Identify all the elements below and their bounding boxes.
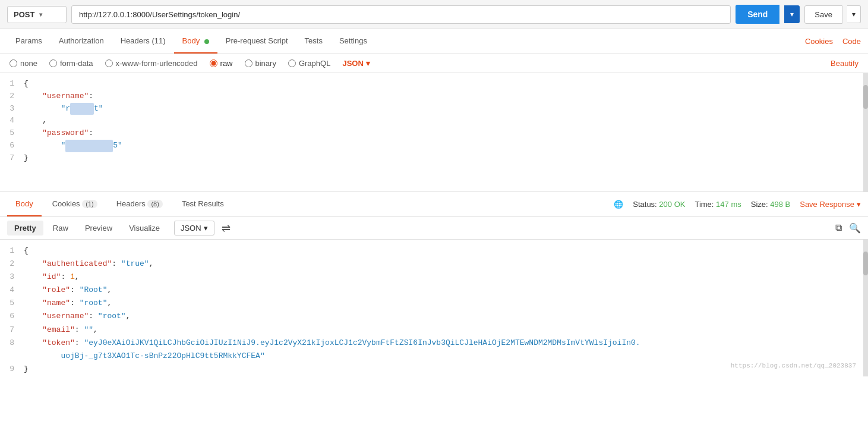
format-label: JSON [181,224,201,233]
code-line-4: 4 , [0,115,868,127]
option-urlencoded[interactable]: x-www-form-urlencoded [105,59,198,68]
resp-line-8: 8 "token": "eyJ0eXAiOiJKV1QiLCJhbGciOiJI… [0,337,868,350]
option-binary[interactable]: binary [245,59,276,68]
fmt-pretty[interactable]: Pretty [7,221,43,235]
globe-icon: 🌐 [614,200,623,209]
status-label: Status: 200 OK [633,200,685,209]
response-format-bar: Pretty Raw Preview Visualize JSON ▾ ⇌ ⧉ … [0,217,868,240]
resp-line-2: 2 "authenticated": "true", [0,257,868,271]
format-arrow-icon: ▾ [204,224,208,233]
fmt-raw[interactable]: Raw [46,221,75,235]
tab-authorization[interactable]: Authorization [50,29,112,54]
response-format-dropdown[interactable]: JSON ▾ [174,221,214,235]
resp-tab-cookies[interactable]: Cookies (1) [44,192,106,216]
resp-line-3: 3 "id": 1, [0,271,868,284]
code-line-7: 7 } [0,152,868,165]
fmt-visualize[interactable]: Visualize [122,221,167,235]
top-bar: POST ▾ Send ▾ Save ▾ [0,0,868,29]
code-line-5: 5 "password": [0,127,868,140]
wrap-button[interactable]: ⇌ [222,222,231,235]
code-line-2: 2 "username": [0,90,868,103]
resp-line-1: 1 { [0,244,868,257]
option-graphql[interactable]: GraphQL [288,59,330,68]
size-label: Size: 498 B [751,200,791,209]
resp-tab-headers[interactable]: Headers (8) [108,192,171,216]
send-dropdown-button[interactable]: ▾ [784,5,800,23]
search-icon[interactable]: 🔍 [849,222,861,234]
json-arrow-icon: ▾ [366,59,370,68]
code-link[interactable]: Code [842,37,861,46]
resp-line-4: 4 "role": "Root", [0,284,868,297]
tab-tests[interactable]: Tests [296,29,331,54]
request-editor-scrollbar[interactable] [863,73,868,191]
save-dropdown-button[interactable]: ▾ [847,5,861,23]
option-none[interactable]: none [10,59,37,68]
code-line-3: 3 "root" [0,103,868,115]
tab-pre-request[interactable]: Pre-request Script [217,29,296,54]
status-bar: 🌐 Status: 200 OK Time: 147 ms Size: 498 … [614,200,861,209]
send-button[interactable]: Send [736,5,779,24]
option-form-data[interactable]: form-data [49,59,93,68]
response-format-icons: ⧉ 🔍 [835,222,861,234]
beautify-button[interactable]: Beautify [831,59,858,68]
resp-line-7: 7 "email": "", [0,323,868,337]
method-dropdown-arrow: ▾ [39,11,42,18]
request-tabs: Params Authorization Headers (11) Body P… [0,29,868,54]
tab-params[interactable]: Params [7,29,50,54]
resp-tab-body[interactable]: Body [7,192,42,216]
response-tabs: Body Cookies (1) Headers (8) Test Result… [7,192,232,216]
save-response-button[interactable]: Save Response ▾ [800,200,861,209]
fmt-preview[interactable]: Preview [78,221,119,235]
right-links: Cookies Code [805,37,861,46]
method-label: POST [14,10,34,19]
json-label: JSON [342,59,363,68]
response-scrollbar[interactable] [863,240,868,376]
response-header: Body Cookies (1) Headers (8) Test Result… [0,192,868,217]
resp-line-5: 5 "name": "root", [0,297,868,310]
save-button[interactable]: Save [804,5,842,24]
tab-headers[interactable]: Headers (11) [112,29,174,54]
status-value: 200 OK [659,200,685,209]
method-select[interactable]: POST ▾ [7,6,67,23]
url-input[interactable] [71,5,731,24]
request-scrollbar-thumb[interactable] [863,85,868,109]
save-response-label: Save Response [800,200,854,209]
size-value: 498 B [770,200,790,209]
resp-line-6: 6 "username": "root", [0,310,868,323]
body-options: none form-data x-www-form-urlencoded raw… [0,54,868,73]
tab-settings[interactable]: Settings [331,29,375,54]
json-format-dropdown[interactable]: JSON ▾ [342,59,370,68]
time-value: 147 ms [716,200,741,209]
option-raw[interactable]: raw [210,59,233,68]
code-line-1: 1 { [0,78,868,90]
response-scrollbar-thumb[interactable] [863,252,868,275]
copy-icon[interactable]: ⧉ [835,222,842,234]
time-label: Time: 147 ms [695,200,741,209]
cookies-link[interactable]: Cookies [805,37,833,46]
save-response-arrow-icon: ▾ [857,200,861,209]
response-body: 1 { 2 "authenticated": "true", 3 "id": 1… [0,240,868,376]
code-line-6: 6 " 5" [0,140,868,152]
tab-body[interactable]: Body [174,29,217,54]
request-body-editor[interactable]: 1 { 2 "username": 3 "root" 4 , 5 "passwo… [0,73,868,192]
resp-tab-test-results[interactable]: Test Results [173,192,232,216]
watermark: https://blog.csdn.net/qq_2023837 [731,360,856,372]
